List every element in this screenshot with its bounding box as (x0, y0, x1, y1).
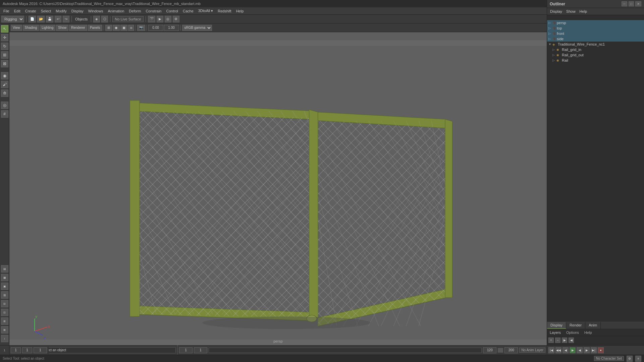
gamma-select[interactable]: sRGB gamma (182, 25, 212, 31)
render-view-button[interactable]: 🎬 (148, 16, 155, 22)
open-file-button[interactable]: 📂 (37, 16, 45, 22)
menu-modify[interactable]: Modify (54, 8, 68, 14)
canvas-3d[interactable]: x y z persp (9, 40, 547, 345)
menu-select[interactable]: Select (39, 8, 53, 14)
tree-item-rail-grid-in[interactable]: ▷ ◉ Rail_grid_in (547, 47, 644, 52)
wireframe-on-shaded-button[interactable]: ⧈ (128, 25, 134, 31)
redo-button[interactable]: ↪ (63, 16, 69, 22)
menu-windows[interactable]: Windows (86, 8, 105, 14)
layer-back-button[interactable]: ◀ (569, 338, 574, 343)
snap-to-grid-button[interactable]: # (1, 110, 8, 118)
make-live-button[interactable]: ◎ (1, 102, 8, 109)
outliner-minimize-button[interactable]: ─ (622, 1, 627, 6)
select-tool-button[interactable]: ↖ (1, 25, 8, 33)
outliner-restore-button[interactable]: □ (629, 1, 634, 6)
menu-3dtoall[interactable]: 3DtoAll ▾ (196, 8, 215, 14)
menu-cache[interactable]: Cache (181, 8, 196, 14)
lasso-mode-button[interactable]: ⬡ (101, 16, 108, 22)
viewport-menu-lighting[interactable]: Lighting (40, 25, 55, 31)
soft-select-button[interactable]: ◉ (1, 72, 8, 79)
play-back-button[interactable]: ◀ (577, 347, 583, 353)
viewport-menu-renderer[interactable]: Renderer (69, 25, 87, 31)
prev-frame-button[interactable]: ◀ (562, 347, 569, 353)
layers-subtab-help[interactable]: Help (582, 330, 595, 335)
camera-settings-button[interactable]: 📷 (137, 25, 145, 31)
menu-create[interactable]: Create (23, 8, 38, 14)
viewport-menu-shading[interactable]: Shading (23, 25, 39, 31)
viewport-menu-show[interactable]: Show (56, 25, 68, 31)
character-set-options-button[interactable]: ⚙ (627, 356, 633, 362)
start-frame-input[interactable] (22, 347, 32, 353)
outliner-close-button[interactable]: ✕ (635, 1, 641, 6)
tree-item-front[interactable]: ▷ 🎥 front (547, 31, 644, 36)
layer-btn-3[interactable]: ▣ (1, 283, 8, 290)
current-frame-input[interactable] (11, 347, 21, 353)
next-frame-button[interactable]: ▶ (584, 347, 590, 353)
mode-select[interactable]: Rigging (1, 16, 24, 22)
layer-btn-4[interactable]: ▥ (1, 291, 8, 299)
go-to-start-button[interactable]: |◀ (548, 347, 554, 353)
timeline-slider[interactable] (209, 348, 482, 353)
smooth-button[interactable]: ◉ (113, 25, 120, 31)
layers-subtab-layers[interactable]: Layers (547, 330, 564, 335)
render-settings-button[interactable]: ⚙ (173, 16, 179, 22)
render-tab[interactable]: Render (566, 322, 585, 329)
value2-input[interactable] (164, 25, 179, 31)
select-mode-button[interactable]: ◈ (93, 16, 100, 22)
layer-btn-7[interactable]: ⊞ (1, 317, 8, 325)
tree-item-persp[interactable]: ▷ 🎥 persp (547, 20, 644, 25)
menu-constrain[interactable]: Constrain (144, 8, 163, 14)
paint-button[interactable]: 🖌 (1, 81, 8, 88)
outliner-menu-display[interactable]: Display (548, 9, 564, 14)
layer-btn-8[interactable]: ⊠ (1, 326, 8, 334)
sculpt-button[interactable]: ⟰ (1, 89, 8, 97)
layer-btn-5[interactable]: ⊟ (1, 300, 8, 307)
status-icon-button[interactable]: ≡ (635, 356, 641, 362)
outliner-tree[interactable]: ▷ 🎥 persp ▷ 🎥 top ▷ 🎥 front ▷ 🎥 side ▼ ◈… (547, 20, 644, 322)
step-back-button[interactable]: ◀◀ (555, 347, 561, 353)
menu-animation[interactable]: Animation (106, 8, 126, 14)
undo-button[interactable]: ↩ (55, 16, 61, 22)
outliner-menu-help[interactable]: Help (578, 9, 589, 14)
total-frames-field[interactable] (504, 347, 518, 353)
save-file-button[interactable]: 💾 (46, 16, 53, 22)
display-tab[interactable]: Display (547, 322, 566, 329)
new-file-button[interactable]: 📄 (29, 16, 36, 22)
menu-file[interactable]: File (1, 8, 11, 14)
textured-button[interactable]: ▣ (120, 25, 127, 31)
tree-item-fence[interactable]: ▼ ◈ Traditional_Wire_Fence_nc1 (547, 42, 644, 47)
range-end-handle[interactable] (498, 348, 503, 353)
viewport-menu-view[interactable]: View (11, 25, 22, 31)
viewport-menu-panels[interactable]: Panels (88, 25, 102, 31)
viewport-3d[interactable]: x y z persp (9, 32, 547, 345)
layer-btn-6[interactable]: ⊡ (1, 309, 8, 316)
layer-btn-2[interactable]: ▦ (1, 274, 8, 281)
layer-btn-9[interactable]: ↕ (1, 335, 8, 342)
ipr-button[interactable]: ◎ (165, 16, 171, 22)
menu-control[interactable]: Control (164, 8, 180, 14)
scale-tool-button[interactable]: ⊞ (1, 51, 8, 59)
go-to-end-button[interactable]: ▶| (591, 347, 597, 353)
layers-subtab-options[interactable]: Options (564, 330, 582, 335)
value1-input[interactable] (148, 25, 163, 31)
move-tool-button[interactable]: ✛ (1, 34, 8, 41)
current-frame-field[interactable] (179, 347, 193, 353)
menu-help[interactable]: Help (234, 8, 246, 14)
layer-options-button[interactable]: ▶ (562, 338, 567, 343)
add-layer-button[interactable]: + (548, 338, 554, 343)
menu-deform[interactable]: Deform (127, 8, 143, 14)
outliner-menu-show[interactable]: Show (565, 9, 577, 14)
menu-edit[interactable]: Edit (12, 8, 22, 14)
record-button[interactable]: ● (598, 347, 604, 353)
menu-redshift[interactable]: Redshift (216, 8, 233, 14)
rotate-tool-button[interactable]: ↻ (1, 43, 8, 50)
tree-item-top[interactable]: ▷ 🎥 top (547, 25, 644, 31)
anim-tab[interactable]: Anim (585, 322, 601, 329)
menu-display[interactable]: Display (69, 8, 86, 14)
transform-tool-button[interactable]: ⊠ (1, 60, 8, 67)
tree-item-rail-grid-out[interactable]: ▷ ◉ Rail_grid_out (547, 52, 644, 58)
layer-btn-1[interactable]: ▤ (1, 265, 8, 273)
tree-item-rail[interactable]: ▷ ◉ Rail (547, 58, 644, 63)
range-start-field[interactable] (194, 347, 207, 353)
remove-layer-button[interactable]: − (555, 338, 560, 343)
